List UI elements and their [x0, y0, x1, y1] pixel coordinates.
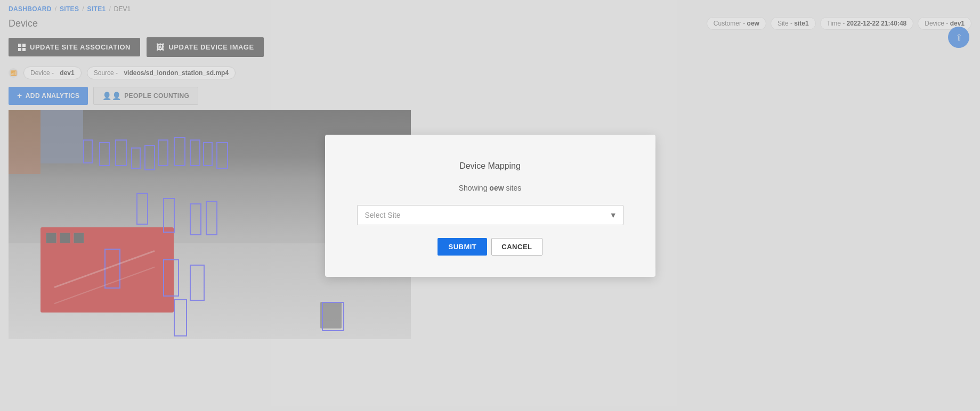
device-mapping-modal: Device Mapping Showing oew sites Select … — [325, 135, 655, 277]
modal-overlay: Device Mapping Showing oew sites Select … — [0, 0, 980, 411]
modal-actions: SUBMIT CANCEL — [438, 238, 542, 256]
modal-subtitle: Showing oew sites — [459, 184, 522, 192]
site-select-wrapper: Select Site Site1 Site2 Site3 ▼ — [357, 205, 623, 225]
submit-button[interactable]: SUBMIT — [438, 238, 487, 256]
site-select[interactable]: Select Site Site1 Site2 Site3 — [357, 205, 623, 225]
modal-title: Device Mapping — [459, 161, 521, 171]
cancel-button[interactable]: CANCEL — [491, 238, 542, 256]
